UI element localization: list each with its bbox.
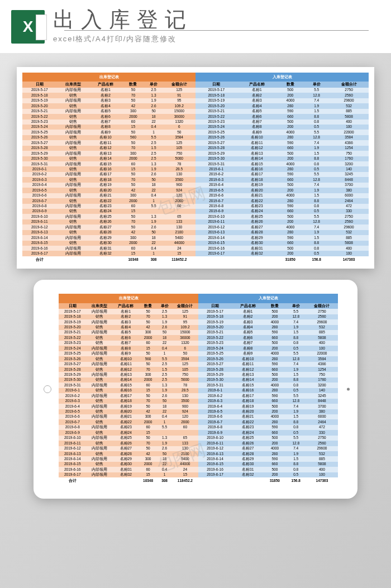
cell: 名称5 xyxy=(232,330,264,335)
table-row: 2019-6-14名称295901.5885 xyxy=(196,235,369,240)
cell: 名称24 xyxy=(113,430,139,435)
cell: 内部领用 xyxy=(87,436,113,441)
header: 出入库登记 excel格式/A4打印/内容随意修改 xyxy=(0,0,391,53)
table-row: 2019-5-30销售名称1420002.55000 xyxy=(22,156,196,161)
table-row: 2019-5-21名称55901.5885 xyxy=(196,109,369,114)
cell: 销售 xyxy=(87,367,113,372)
cell: 名称24 xyxy=(89,209,122,214)
cell: 660 xyxy=(276,114,304,119)
table-row: 2019-6-9名称246600.5330 xyxy=(196,209,369,214)
cell: 2560 xyxy=(329,93,369,98)
cell: 130 xyxy=(163,224,196,230)
cell: 590 xyxy=(264,362,285,367)
cell: 660 xyxy=(264,430,285,435)
cell: 590 xyxy=(264,425,285,430)
table-row: 2019-5-30名称142008.81760 xyxy=(196,156,369,161)
cell: 2019-5-17 xyxy=(59,309,87,314)
column-header: 金额合计 xyxy=(329,82,369,87)
cell: 1.9 xyxy=(286,409,306,414)
cell: 280 xyxy=(276,198,304,203)
cell: 3700 xyxy=(329,183,369,188)
cell: 名称8 xyxy=(89,125,122,130)
table-row: 2019-5-22销售名称620001836000 xyxy=(59,335,198,340)
cell: 2019-5-28 xyxy=(22,146,56,151)
cell: 109.2 xyxy=(163,103,196,108)
cell: 380 xyxy=(306,409,338,414)
table-row: 2019-6-3销售名称1870503500 xyxy=(22,177,196,182)
cell: 内部领用 xyxy=(56,88,89,93)
cell: 2019-6-12 xyxy=(59,446,87,451)
cell: 8.8 xyxy=(286,419,306,424)
cell: 330 xyxy=(329,209,369,214)
cell: 名称5 xyxy=(89,109,122,114)
table-row: 2019-5-17名称15005.52750 xyxy=(198,309,338,314)
cell: 280 xyxy=(264,325,285,330)
total-cell: 31850 xyxy=(276,256,304,263)
cell: 2019-6-15 xyxy=(196,241,237,246)
cell: 1.5 xyxy=(304,193,329,198)
cell: 2019-6-9 xyxy=(196,209,237,214)
cell: 50 xyxy=(163,130,196,135)
cell: 销售 xyxy=(87,409,113,414)
cell: 2019-6-7 xyxy=(22,198,56,203)
cell: 200 xyxy=(264,314,285,319)
cell: 105 xyxy=(163,146,196,151)
cell: 65 xyxy=(163,214,196,219)
cell: 8448 xyxy=(306,399,338,404)
cell: 内部领用 xyxy=(56,172,89,177)
cell: 44000 xyxy=(163,241,196,246)
cell: 900 xyxy=(163,183,196,188)
cell: 名称32 xyxy=(113,472,139,477)
cell: 500 xyxy=(276,183,304,188)
table-row: 2019-6-17内部领用名称3215115 xyxy=(59,472,198,477)
cell: 1 xyxy=(145,198,163,203)
cell: 500 xyxy=(264,372,285,377)
cell: 2019-5-17 xyxy=(198,309,232,314)
cell: 名称25 xyxy=(89,214,122,219)
cell: 名称30 xyxy=(232,462,264,467)
cell: 660 xyxy=(276,146,304,151)
cell: 4366 xyxy=(306,362,338,367)
cell: 2019-5-29 xyxy=(22,151,56,156)
cell: 名称30 xyxy=(113,462,139,467)
cell: 7.4 xyxy=(286,404,306,409)
cell: 2019-5-28 xyxy=(196,146,237,151)
cell: 名称32 xyxy=(232,472,264,477)
cell xyxy=(145,209,163,214)
cell: 95 xyxy=(163,98,196,103)
table-row: 2019-6-4内部领用名称195018900 xyxy=(22,183,196,188)
cell: 500 xyxy=(276,88,304,93)
cell: 名称2 xyxy=(237,93,276,98)
cell: 名称23 xyxy=(232,425,264,430)
cell: 2019-5-23 xyxy=(59,341,87,346)
cell: 名称12 xyxy=(232,367,264,372)
cell: 销售 xyxy=(56,114,89,119)
cell: 销售 xyxy=(56,166,89,171)
totals-row: 31850156.8147363 xyxy=(198,477,338,484)
cell: 8448 xyxy=(329,177,369,182)
cell: 2019-6-13 xyxy=(198,451,232,456)
table-row: 2019-5-17内部领用名称1502.5125 xyxy=(59,309,198,314)
cell: 4366 xyxy=(329,140,369,145)
cell: 名称13 xyxy=(89,151,122,156)
cell: 名称15 xyxy=(113,383,139,388)
table-row: 2019-6-11名称2620012.82560 xyxy=(198,441,338,446)
cell: 590 xyxy=(264,330,285,335)
cell: 2019-5-22 xyxy=(22,114,56,119)
table-row: 2019-6-4内部领用名称195018900 xyxy=(59,404,198,409)
cell: 名称13 xyxy=(232,372,264,377)
cell: 名称1 xyxy=(113,309,139,314)
cell: 2750 xyxy=(306,436,338,441)
table-row: 2019-6-8名称235900.8472 xyxy=(198,425,338,430)
column-header: 数量 xyxy=(122,82,144,87)
cell: 名称30 xyxy=(237,241,276,246)
cell: 400 xyxy=(306,341,338,346)
cell: 70 xyxy=(122,146,144,151)
cell: 2.6 xyxy=(157,446,172,451)
cell: 2019-5-25 xyxy=(59,351,87,356)
cell: 125 xyxy=(163,140,196,145)
cell: 1.5 xyxy=(304,151,329,156)
cell: 660 xyxy=(264,367,285,372)
total-cell xyxy=(89,256,122,263)
cell: 500 xyxy=(264,436,285,441)
